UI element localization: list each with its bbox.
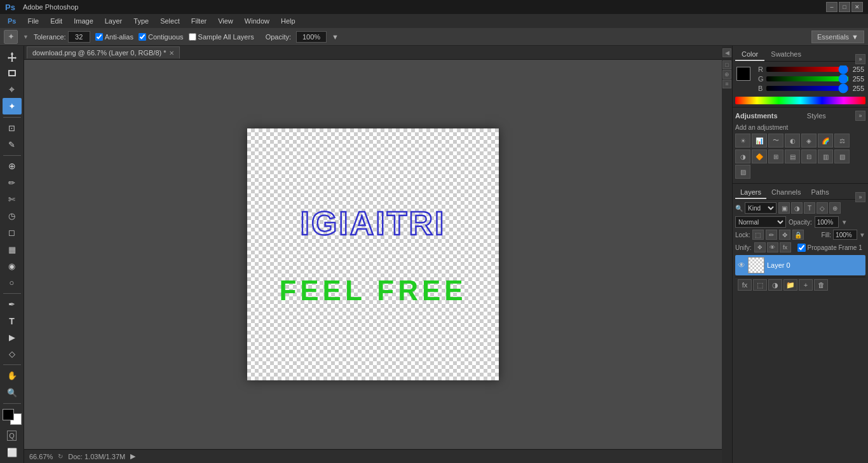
antialias-label[interactable]: Anti-alias: [95, 33, 133, 41]
brush-tool[interactable]: ✏: [3, 175, 22, 191]
lock-transparent-btn[interactable]: ⬚: [752, 230, 764, 240]
opacity-arrow[interactable]: ▼: [332, 33, 339, 41]
contiguous-checkbox[interactable]: [139, 33, 146, 41]
layers-panel-collapse[interactable]: »: [855, 192, 865, 202]
samplealllayers-checkbox[interactable]: [189, 33, 196, 41]
side-icon-3[interactable]: ≡: [722, 79, 731, 88]
menu-window[interactable]: Window: [240, 16, 275, 26]
filter-adj-btn[interactable]: ◑: [791, 202, 803, 214]
crop-tool[interactable]: ⊡: [3, 120, 22, 136]
adj-exposure[interactable]: ◐: [785, 134, 800, 148]
tab-channels[interactable]: Channels: [766, 186, 806, 199]
adj-curves[interactable]: 〜: [768, 134, 783, 148]
menu-edit[interactable]: Edit: [45, 16, 67, 26]
blur-tool[interactable]: ◉: [3, 258, 22, 274]
adj-vibrance[interactable]: ◈: [801, 134, 817, 148]
add-adj-btn[interactable]: ◑: [768, 279, 782, 291]
menu-help[interactable]: Help: [276, 16, 301, 26]
menu-filter[interactable]: Filter: [186, 16, 212, 26]
lock-position-btn[interactable]: ✥: [779, 230, 790, 240]
antialias-checkbox[interactable]: [95, 33, 103, 41]
heal-tool[interactable]: ⊕: [3, 158, 22, 174]
color-panel-collapse[interactable]: »: [855, 54, 865, 64]
samplealllayers-label[interactable]: Sample All Layers: [189, 33, 254, 41]
unify-style-btn[interactable]: fx: [780, 242, 791, 252]
side-icon-1[interactable]: □: [722, 60, 731, 69]
add-style-btn[interactable]: fx: [738, 279, 752, 291]
unify-pos-btn[interactable]: ✥: [754, 242, 766, 252]
adj-levels[interactable]: 📊: [752, 134, 767, 148]
blend-mode-select[interactable]: Normal: [735, 216, 786, 228]
color-preview-swatch[interactable]: [736, 67, 750, 81]
quick-mask-btn[interactable]: Q: [3, 428, 22, 444]
add-mask-btn[interactable]: ⬚: [753, 279, 767, 291]
filter-type-btn[interactable]: T: [804, 202, 815, 214]
screen-mode-btn[interactable]: ⬜: [3, 445, 22, 460]
maximize-button[interactable]: □: [839, 2, 850, 12]
close-button[interactable]: ✕: [851, 2, 863, 12]
fill-arrow[interactable]: ▼: [859, 232, 865, 238]
layer-visibility-icon[interactable]: 👁: [738, 261, 745, 270]
tab-color[interactable]: Color: [735, 48, 764, 61]
side-icon-2[interactable]: ⊕: [722, 70, 731, 79]
move-tool[interactable]: [3, 48, 22, 64]
minimize-button[interactable]: –: [826, 2, 837, 12]
eraser-tool[interactable]: ◻: [3, 225, 22, 240]
lock-all-btn[interactable]: 🔒: [792, 230, 804, 240]
menu-ps[interactable]: Ps: [3, 16, 21, 26]
lock-pixels-btn[interactable]: ✏: [766, 230, 777, 240]
zoom-tool[interactable]: 🔍: [3, 385, 22, 401]
green-slider[interactable]: [766, 76, 848, 81]
document-tab[interactable]: download.png @ 66.7% (Layer 0, RGB/8) * …: [27, 46, 180, 59]
layer-item-0[interactable]: 👁 Layer 0: [735, 255, 865, 275]
magic-wand-tool[interactable]: ✦: [3, 98, 22, 114]
fill-value[interactable]: [833, 230, 857, 240]
menu-select[interactable]: Select: [155, 16, 185, 26]
adj-collapse-btn[interactable]: »: [855, 111, 865, 121]
path-select-tool[interactable]: ▶: [3, 329, 22, 345]
foreground-color[interactable]: [3, 409, 14, 420]
blue-slider[interactable]: [766, 86, 848, 91]
eyedropper-tool[interactable]: ✎: [3, 137, 22, 153]
red-slider[interactable]: [766, 67, 848, 72]
status-arrow[interactable]: ▶: [130, 452, 135, 460]
delete-layer-btn[interactable]: 🗑: [814, 279, 828, 291]
tab-close-button[interactable]: ✕: [169, 50, 174, 57]
marquee-tool[interactable]: [3, 65, 22, 81]
filter-pixel-btn[interactable]: ▣: [778, 202, 790, 214]
adj-threshold[interactable]: ▧: [834, 149, 850, 163]
history-brush-tool[interactable]: ◷: [3, 208, 22, 224]
add-layer-btn[interactable]: +: [799, 279, 813, 291]
color-spectrum-bar[interactable]: [735, 97, 865, 104]
text-tool[interactable]: T: [3, 313, 22, 329]
hand-tool[interactable]: ✋: [3, 368, 22, 384]
adj-gradmap[interactable]: ▨: [735, 165, 750, 179]
tab-layers[interactable]: Layers: [735, 186, 766, 199]
kind-select[interactable]: Kind: [745, 202, 776, 214]
adj-invert[interactable]: ⊟: [801, 149, 817, 163]
essentials-button[interactable]: Essentials ▼: [811, 31, 864, 43]
propagate-label[interactable]: Propagate Frame 1: [797, 244, 862, 252]
adj-colbalance[interactable]: ⚖: [834, 134, 850, 148]
tolerance-input[interactable]: [68, 31, 90, 43]
menu-type[interactable]: Type: [128, 16, 154, 26]
adj-channelmixer[interactable]: ⊞: [768, 149, 783, 163]
contiguous-label[interactable]: Contiguous: [139, 33, 184, 41]
menu-layer[interactable]: Layer: [100, 16, 128, 26]
opacity-layers-arrow[interactable]: ▼: [841, 219, 848, 226]
filter-shape-btn[interactable]: ◇: [817, 202, 828, 214]
opacity-input[interactable]: [296, 31, 327, 43]
lasso-tool[interactable]: ⌖: [3, 81, 22, 97]
adj-posterize[interactable]: ▥: [818, 149, 833, 163]
styles-tab[interactable]: Styles: [802, 110, 831, 121]
adj-bw[interactable]: ◑: [735, 149, 750, 163]
adj-hue[interactable]: 🌈: [818, 134, 833, 148]
menu-file[interactable]: File: [22, 16, 44, 26]
pen-tool[interactable]: ✒: [3, 296, 22, 312]
canvas-container[interactable]: IGIAITRI FEEL FREE: [24, 60, 722, 449]
opacity-value-layers[interactable]: [815, 216, 839, 228]
adj-brightness[interactable]: ☀: [735, 134, 750, 148]
adj-photofilter[interactable]: 🔶: [752, 149, 767, 163]
tab-swatches[interactable]: Swatches: [764, 48, 808, 61]
clone-tool[interactable]: ✄: [3, 191, 22, 207]
